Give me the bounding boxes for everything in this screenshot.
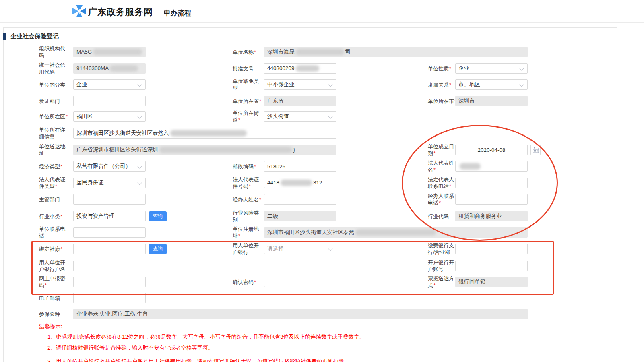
required-marker: * bbox=[449, 183, 451, 189]
readonly-insurance-types: 企业养老,失业,医疗,工伤,生育 bbox=[73, 309, 528, 319]
required-marker: * bbox=[254, 163, 256, 170]
input-handler-name[interactable] bbox=[264, 194, 336, 205]
input-legal-name[interactable] bbox=[455, 161, 528, 172]
label-district: 单位所在区* bbox=[39, 111, 69, 122]
label-bill-delivery: 票据送达方式* bbox=[428, 277, 458, 287]
calendar-icon[interactable] bbox=[530, 145, 541, 155]
input-establish-date[interactable] bbox=[455, 145, 528, 155]
redaction-blur bbox=[296, 65, 319, 72]
select-legal-id-type[interactable]: 居民身份证 bbox=[73, 178, 146, 188]
required-marker: * bbox=[66, 114, 68, 120]
input-approval-no[interactable]: 440300209 bbox=[264, 63, 336, 74]
select-economic-type[interactable]: 私营有限责任（公司） bbox=[73, 161, 146, 172]
label-unit-phone: 单位联系电话 bbox=[39, 227, 69, 238]
input-postal-code[interactable] bbox=[264, 161, 336, 172]
input-supervisor-dept[interactable] bbox=[73, 194, 146, 205]
chevron-down-icon bbox=[328, 82, 332, 87]
chevron-down-icon bbox=[519, 66, 524, 70]
label-online-pwd: 网上申报密码* bbox=[39, 277, 69, 287]
header: 广东政务服务网 申办流程 bbox=[0, 0, 644, 23]
shekang-query-button[interactable]: 查询 bbox=[149, 244, 167, 254]
label-establish-date: 单位成立日期* bbox=[428, 145, 458, 155]
label-confirm-pwd: 确认密码* bbox=[233, 277, 262, 287]
required-marker: * bbox=[259, 197, 261, 203]
input-legal-id-no[interactable]: 4418312 bbox=[264, 178, 336, 188]
label-industry-code: 行业代码 bbox=[428, 211, 458, 221]
readonly-org-code: MA5G bbox=[73, 47, 146, 57]
input-confirm-pwd[interactable] bbox=[264, 277, 336, 287]
required-marker: * bbox=[449, 66, 451, 72]
input-industry-sub[interactable] bbox=[73, 211, 146, 221]
readonly-unit-name: 深圳市海晟司 bbox=[264, 47, 528, 57]
input-unit-phone[interactable] bbox=[73, 227, 146, 238]
select-street[interactable]: 沙头街道 bbox=[264, 111, 336, 122]
tips-title: 温馨提示: bbox=[39, 323, 62, 330]
select-unit-nature[interactable]: 企业 bbox=[455, 63, 528, 74]
readonly-industry-risk: 二级 bbox=[264, 211, 336, 221]
readonly-industry-code: 租赁和商务服务业 bbox=[455, 211, 528, 221]
industry-query-button[interactable]: 查询 bbox=[149, 211, 167, 221]
label-unit-name: 单位名称* bbox=[233, 47, 262, 57]
label-city: 单位所在市* bbox=[428, 96, 458, 106]
label-postal-code: 邮政编码* bbox=[233, 161, 262, 172]
label-delivery-addr: 单位送达地址 bbox=[39, 145, 69, 155]
label-legal-phone: 法定代表人联系电话* bbox=[428, 178, 458, 188]
required-marker: * bbox=[254, 279, 256, 285]
select-employer-bank[interactable]: 请选择 bbox=[264, 244, 336, 254]
label-employer-bank: 用人单位开户银行 bbox=[233, 244, 262, 254]
label-issuing-dept: 发证部门 bbox=[39, 96, 69, 106]
redaction-blur bbox=[159, 147, 292, 153]
label-email: 电子邮箱 bbox=[39, 293, 69, 303]
label-reg-addr: 单位注册地址* bbox=[233, 227, 262, 238]
label-industry-sub: 行业小类* bbox=[39, 211, 69, 221]
label-bank-account-name: 用人单位开户银行户名 bbox=[39, 261, 69, 271]
label-legal-id-type: 法人代表证件类型* bbox=[39, 178, 69, 188]
readonly-bill-delivery: 银行回单箱 bbox=[455, 277, 528, 287]
input-email[interactable] bbox=[73, 293, 146, 303]
input-handler-phone[interactable] bbox=[455, 194, 528, 205]
required-marker: * bbox=[238, 117, 240, 123]
chevron-down-icon bbox=[137, 164, 142, 168]
input-bind-shekang[interactable] bbox=[73, 244, 146, 254]
tip-item-3: 3、用人单位开户银行及开户银行开户账号用于社保费用扣缴，请如实填写并确认无误，如… bbox=[47, 358, 349, 362]
readonly-city: 深圳市 bbox=[455, 96, 528, 106]
label-bind-shekang: 绑定社康* bbox=[39, 244, 69, 254]
page: { "star": "*", "header": { "brand": "广东政… bbox=[0, 0, 644, 362]
required-marker: * bbox=[254, 49, 256, 55]
input-pay-branch[interactable] bbox=[455, 244, 528, 254]
redaction-blur bbox=[296, 49, 344, 55]
label-affiliation: 隶属关系* bbox=[428, 79, 458, 90]
input-online-pwd[interactable] bbox=[73, 277, 146, 287]
select-reduction-type[interactable]: 中小微企业 bbox=[264, 79, 336, 90]
header-divider bbox=[157, 7, 157, 16]
required-marker: * bbox=[433, 282, 436, 288]
label-economic-type: 经济类型* bbox=[39, 161, 69, 172]
chevron-down-icon bbox=[137, 180, 142, 185]
label-insurance-types: 参保险种 bbox=[39, 309, 69, 319]
select-unit-category[interactable]: 企业 bbox=[73, 79, 146, 90]
label-reduction-type: 单位减免类型 bbox=[233, 79, 262, 90]
label-approval-no: 批准文号 bbox=[233, 63, 262, 74]
chevron-down-icon bbox=[519, 82, 524, 87]
redaction-blur bbox=[170, 130, 247, 137]
label-legal-name: 法人代表姓名* bbox=[428, 161, 458, 172]
chevron-down-icon bbox=[137, 114, 142, 118]
select-district[interactable]: 福田区 bbox=[73, 111, 146, 122]
required-marker: * bbox=[60, 246, 62, 252]
required-marker: * bbox=[433, 150, 436, 156]
redaction-blur bbox=[110, 65, 138, 72]
input-issuing-dept[interactable] bbox=[73, 96, 146, 106]
label-province: 单位所在省* bbox=[233, 96, 262, 106]
input-bank-account-name[interactable] bbox=[73, 261, 336, 271]
readonly-delivery-addr: 广东省深圳市福田区沙头街道深圳} bbox=[73, 145, 336, 155]
required-marker: * bbox=[439, 200, 441, 206]
redaction-blur bbox=[355, 229, 436, 236]
input-bank-account-no[interactable] bbox=[455, 261, 528, 271]
input-legal-phone[interactable] bbox=[455, 178, 528, 188]
label-street: 单位所在街道* bbox=[233, 111, 262, 122]
readonly-reg-addr: 深圳市福田区沙头街道天安社区泰然 bbox=[264, 227, 528, 238]
input-detail-info[interactable]: 深圳市福田区沙头街道天安社区泰然六 bbox=[73, 128, 336, 139]
redaction-blur bbox=[281, 180, 312, 186]
label-industry-risk: 行业风险类别 bbox=[233, 211, 262, 221]
select-affiliation[interactable]: 市、地区 bbox=[455, 79, 528, 90]
